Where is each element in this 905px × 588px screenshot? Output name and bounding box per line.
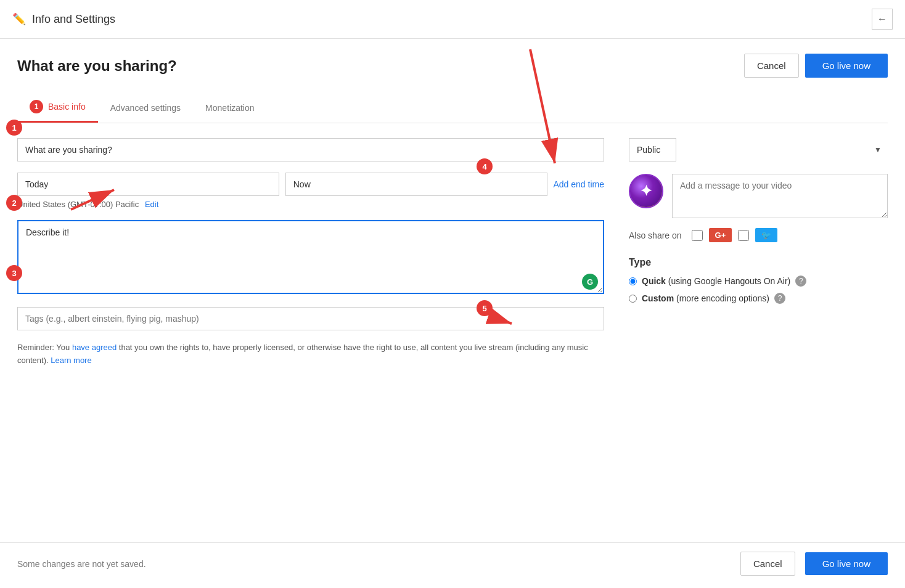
cancel-button-bottom[interactable]: Cancel (740, 552, 795, 555)
gplus-button[interactable]: G+ (709, 228, 732, 242)
visibility-row: Public Unlisted Private ▼ (629, 138, 888, 161)
two-col-layout: Add end time United States (GMT-07:00) P… (17, 138, 888, 367)
tab-advanced-settings-label: Advanced settings (110, 103, 181, 113)
quick-label[interactable]: Quick (using Google Hangouts On Air) (642, 276, 790, 286)
right-column: Public Unlisted Private ▼ ✦ (629, 138, 888, 367)
tabs-bar: 1 Basic info Advanced settings Monetizat… (17, 92, 888, 123)
quick-radio-row: Quick (using Google Hangouts On Air) ? (629, 276, 888, 287)
quick-radio[interactable] (629, 277, 637, 285)
annotation-3: 3 (6, 265, 22, 281)
tab-monetization-label: Monetization (205, 103, 254, 113)
tags-input[interactable] (17, 307, 604, 330)
gplus-checkbox[interactable] (692, 230, 703, 241)
custom-radio-row: Custom (more encoding options) ? (629, 293, 888, 304)
cancel-button-top[interactable]: Cancel (744, 54, 799, 78)
tab-basic-info-label: Basic info (48, 102, 86, 112)
custom-radio[interactable] (629, 295, 637, 303)
custom-label[interactable]: Custom (more encoding options) (642, 293, 769, 303)
tab-basic-info[interactable]: 1 Basic info (17, 92, 98, 123)
gplus-icon: G+ (715, 231, 726, 240)
header-title: Info and Settings (32, 13, 115, 26)
go-live-button-bottom[interactable]: Go live now (805, 552, 888, 555)
annotation-5: 5 (477, 300, 493, 316)
have-agreed-link[interactable]: have agreed (72, 343, 117, 352)
annotation-2: 2 (6, 195, 22, 211)
description-form-group: Describe it! G (17, 220, 604, 296)
avatar: ✦ (629, 174, 663, 208)
header-left: ✏️ Info and Settings (12, 12, 115, 26)
message-textarea[interactable] (672, 174, 888, 218)
tab-number-1: 1 (30, 100, 43, 113)
learn-more-link[interactable]: Learn more (51, 356, 91, 365)
annotation-1: 1 (6, 120, 22, 136)
message-row: ✦ (629, 174, 888, 218)
back-button[interactable]: ← (872, 9, 893, 30)
also-share-label: Also share on (629, 231, 682, 240)
header: ✏️ Info and Settings ← (0, 0, 905, 39)
go-live-button-top[interactable]: Go live now (805, 54, 888, 78)
quick-help-icon[interactable]: ? (795, 276, 806, 287)
footer-bar: Some changes are not yet saved. Cancel G… (0, 542, 905, 555)
tab-advanced-settings[interactable]: Advanced settings (98, 92, 193, 123)
pencil-icon: ✏️ (12, 12, 26, 26)
type-title: Type (629, 257, 888, 268)
title-input[interactable] (17, 138, 604, 161)
date-time-form-group: Add end time United States (GMT-07:00) P… (17, 173, 604, 209)
tab-monetization[interactable]: Monetization (193, 92, 266, 123)
title-form-group (17, 138, 604, 161)
annotation-4: 4 (477, 158, 493, 174)
twitter-button[interactable]: 🐦 (755, 228, 777, 242)
left-column: Add end time United States (GMT-07:00) P… (17, 138, 604, 367)
timezone-text: United States (GMT-07:00) Pacific Edit (17, 200, 604, 209)
page-header: What are you sharing? Cancel Go live now (17, 54, 888, 78)
visibility-select[interactable]: Public Unlisted Private (629, 138, 676, 161)
visibility-select-wrapper: Public Unlisted Private ▼ (629, 138, 888, 161)
description-textarea[interactable]: Describe it! (17, 220, 604, 294)
avatar-star: ✦ (640, 182, 652, 200)
share-row: Also share on G+ 🐦 (629, 228, 888, 242)
date-input[interactable] (17, 173, 279, 196)
main-content: What are you sharing? Cancel Go live now… (0, 39, 905, 382)
type-section: Type Quick (using Google Hangouts On Air… (629, 257, 888, 304)
grammarly-icon: G (582, 274, 598, 290)
date-time-row: Add end time (17, 173, 604, 196)
avatar-inner: ✦ (630, 175, 662, 207)
tags-form-group (17, 307, 604, 330)
textarea-wrapper: Describe it! G (17, 220, 604, 296)
timezone-edit-link[interactable]: Edit (145, 200, 158, 209)
twitter-checkbox[interactable] (738, 230, 749, 241)
twitter-icon: 🐦 (761, 231, 771, 240)
time-input[interactable] (285, 173, 547, 196)
add-end-time-link[interactable]: Add end time (554, 179, 605, 189)
select-arrow-icon: ▼ (874, 145, 882, 154)
custom-help-icon[interactable]: ? (774, 293, 785, 304)
page-title: What are you sharing? (17, 57, 177, 75)
reminder-text: Reminder: You have agreed that you own t… (17, 341, 604, 367)
header-actions: Cancel Go live now (744, 54, 888, 78)
